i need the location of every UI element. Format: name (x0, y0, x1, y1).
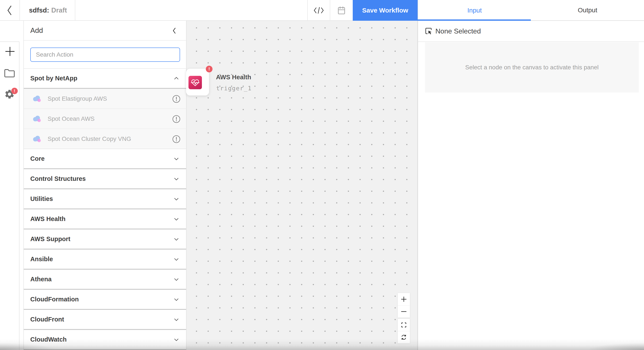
section-header-control-structures[interactable]: Control Structures (24, 169, 186, 189)
section-header-spot-by-netapp[interactable]: Spot by NetApp (24, 69, 186, 89)
left-rail: ! (0, 21, 20, 350)
action-item-label: Spot Ocean AWS (48, 115, 94, 122)
section-label: AWS Health (30, 215, 66, 222)
reset-view-icon (400, 334, 407, 341)
tab-output[interactable]: Output (531, 0, 644, 21)
chevron-down-icon (173, 149, 180, 168)
schedule-button[interactable] (330, 0, 353, 21)
workflow-name: sdfsd: (29, 6, 49, 14)
section-header-utilities[interactable]: Utilities (24, 189, 186, 209)
action-item-spot-ocean-cluster-copy-vng[interactable]: Spot Ocean Cluster Copy VNG (24, 129, 186, 149)
chevron-left-icon (172, 27, 177, 34)
zoom-out-button[interactable] (398, 305, 410, 318)
selection-status-row: None Selected (418, 21, 644, 42)
panel-header: Add (24, 21, 186, 41)
canvas-control-group (398, 319, 410, 344)
canvas-controls (398, 293, 410, 344)
back-button[interactable] (0, 0, 20, 21)
section-label: Spot by NetApp (30, 75, 78, 82)
back-chevron-icon (6, 5, 14, 16)
canvas-control-group (398, 293, 410, 318)
node-error-badge: ! (206, 66, 212, 72)
rail-border (19, 42, 20, 350)
add-action-panel: Add Spot by NetAppSpot Elastigroup AWSSp… (23, 21, 186, 350)
action-item-spot-elastigroup-aws[interactable]: Spot Elastigroup AWS (24, 89, 186, 109)
section-header-ansible[interactable]: Ansible (24, 250, 186, 270)
chevron-down-icon (173, 250, 180, 269)
rail-divider (0, 41, 19, 42)
section-label: CloudWatch (30, 336, 67, 343)
section-label: Athena (30, 276, 52, 283)
search-section (24, 41, 186, 69)
section-label: CloudFront (30, 316, 64, 323)
chevron-down-icon (173, 270, 180, 289)
spot-cloud-icon (32, 135, 42, 143)
section-header-athena[interactable]: Athena (24, 270, 186, 290)
fit-view-button[interactable] (398, 319, 410, 331)
action-item-label: Spot Ocean Cluster Copy VNG (48, 136, 131, 142)
empty-state-message: Select a node on the canvas to activate … (465, 64, 598, 71)
workflow-canvas[interactable]: ! AWS Health trigger_1 (186, 21, 418, 350)
action-sections: Spot by NetAppSpot Elastigroup AWSSpot O… (24, 69, 186, 350)
zoom-out-icon (400, 308, 407, 315)
top-bar: sdfsd: Draft Save Workflow Input Output (0, 0, 644, 21)
panel-title: Add (30, 26, 43, 34)
info-circle-icon[interactable] (172, 115, 180, 123)
chevron-down-icon (173, 209, 180, 229)
zoom-in-button[interactable] (398, 293, 410, 305)
workflow-status: Draft (51, 6, 67, 14)
zoom-in-icon (400, 296, 407, 303)
chevron-down-icon (173, 290, 180, 309)
section-items-spot-by-netapp: Spot Elastigroup AWSSpot Ocean AWSSpot O… (24, 89, 186, 149)
calendar-icon (337, 6, 346, 15)
search-input[interactable] (30, 47, 180, 62)
chevron-down-icon (173, 189, 180, 208)
section-label: Control Structures (30, 175, 86, 182)
io-tabs: Input Output (418, 0, 644, 21)
workflow-node[interactable]: ! (186, 69, 209, 96)
spot-cloud-icon (32, 115, 42, 123)
chevron-up-icon (173, 69, 180, 88)
action-item-spot-ocean-aws[interactable]: Spot Ocean AWS (24, 109, 186, 129)
section-header-cloudfront[interactable]: CloudFront (24, 310, 186, 330)
plus-icon (4, 46, 15, 57)
info-circle-icon[interactable] (172, 95, 180, 103)
code-view-button[interactable] (307, 0, 330, 21)
chevron-down-icon (173, 229, 180, 249)
reset-view-button[interactable] (398, 331, 410, 343)
active-tab-indicator (418, 19, 531, 21)
selection-label: None Selected (436, 27, 481, 35)
section-label: Ansible (30, 256, 53, 263)
chevron-down-icon (173, 310, 180, 329)
section-header-aws-health[interactable]: AWS Health (24, 209, 186, 229)
section-label: CloudFormation (30, 296, 79, 303)
section-header-aws-support[interactable]: AWS Support (24, 229, 186, 250)
spot-cloud-icon (32, 95, 42, 103)
info-circle-icon[interactable] (172, 135, 180, 143)
section-label: Core (30, 155, 44, 162)
collapse-panel-button[interactable] (170, 26, 179, 35)
action-item-label: Spot Elastigroup AWS (48, 95, 107, 102)
workflow-title: sdfsd: Draft (20, 0, 75, 21)
new-workflow-button[interactable] (2, 44, 17, 59)
node-id: trigger_1 (216, 85, 252, 92)
folder-icon (4, 68, 15, 78)
section-label: AWS Support (30, 235, 70, 243)
empty-state-box: Select a node on the canvas to activate … (425, 42, 639, 92)
section-header-cloudwatch[interactable]: CloudWatch (24, 330, 186, 350)
fit-view-icon (401, 322, 407, 328)
heart-pulse-icon (188, 76, 202, 89)
chevron-down-icon (173, 169, 180, 188)
section-label: Utilities (30, 195, 53, 202)
inspector-panel: None Selected Select a node on the canva… (418, 21, 644, 350)
section-header-core[interactable]: Core (24, 149, 186, 169)
node-title: AWS Health (216, 74, 251, 81)
code-icon (313, 6, 324, 14)
workflows-folder-button[interactable] (3, 67, 16, 79)
save-workflow-button[interactable]: Save Workflow (353, 0, 418, 21)
section-header-cloudformation[interactable]: CloudFormation (24, 290, 186, 310)
chevron-down-icon (173, 330, 180, 349)
tab-input[interactable]: Input (418, 0, 531, 21)
select-cursor-icon (424, 27, 433, 35)
settings-alert-badge: ! (11, 88, 18, 94)
